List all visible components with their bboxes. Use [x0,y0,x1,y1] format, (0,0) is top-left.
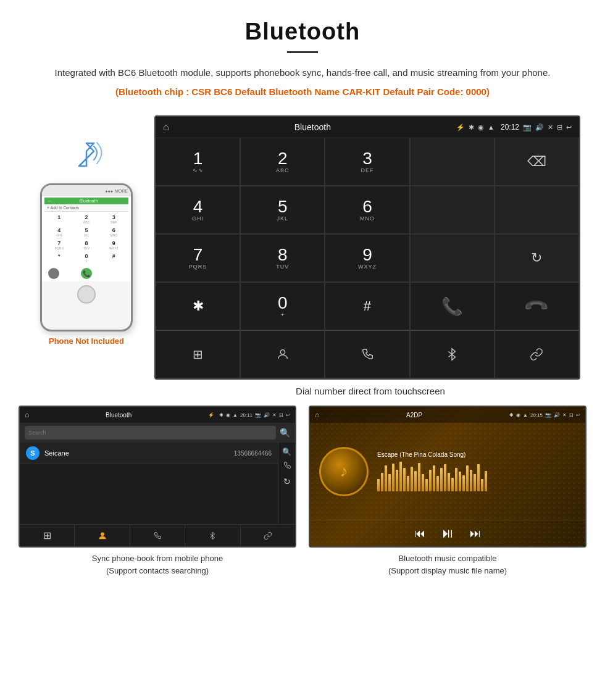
eq-bar [418,463,420,491]
pb-side-search-icon[interactable]: 🔍 [282,448,291,456]
pb-nav-bt[interactable] [185,525,240,546]
dial-key-1[interactable]: 1 ∿∿ [156,138,240,186]
pb-close-icon[interactable]: ✕ [272,412,277,418]
pb-side-refresh-icon[interactable]: ↻ [283,477,291,486]
pb-nav-contacts[interactable] [75,525,130,546]
music-close-icon[interactable]: ✕ [562,412,567,418]
dial-backspace-btn[interactable]: ⌫ [494,138,579,186]
camera-icon[interactable]: 📷 [523,123,532,131]
nav-link-btn[interactable] [494,330,579,378]
phone-key-2[interactable]: 2ABC [73,213,99,225]
dial-key-7[interactable]: 7 PQRS [156,234,240,282]
title-divider [287,51,318,53]
dial-key-4[interactable]: 4 GHI [156,186,240,234]
pb-contact-row[interactable]: S Seicane 13566664466 [20,443,278,464]
phone-key-6[interactable]: 6MNO [101,226,127,238]
dial-empty-2 [410,186,494,234]
music-bt-icon: ✱ [509,412,514,418]
phonebook-caption-line2: (Support contacts searching) [106,566,209,575]
phone-key-star[interactable]: * [46,252,72,264]
phone-sidebar: ●●● MORE ←Bluetooth +Add to Contacts 1 2… [19,115,154,406]
eq-bar [466,465,469,491]
pb-nav-phone[interactable] [130,525,185,546]
eq-bar [485,471,487,491]
dial-key-5[interactable]: 5 JKL [240,186,325,234]
dial-call-green-btn[interactable]: 📞 [410,282,494,330]
phone-add-contact: +Add to Contacts [44,204,128,212]
phone-green-bar: ←Bluetooth [44,198,128,204]
phone-not-included: Phone Not Included [49,336,124,346]
phone-key-1[interactable]: 1 [46,213,72,225]
pb-nav-link[interactable] [241,525,295,546]
status-time: 20:12 [501,123,519,131]
main-display: ⌂ Bluetooth ⚡ ✱ ◉ ▲ 20:12 📷 🔊 ✕ ⊟ ↩ [154,115,586,406]
phone-icon [361,348,374,361]
svg-point-0 [280,350,285,354]
phone-key-0[interactable]: 0+ [73,252,99,264]
nav-apps-btn[interactable]: ⊞ [156,330,240,378]
music-caption-line2: (Support display music file name) [388,566,507,575]
dial-key-star[interactable]: ✱ [156,282,240,330]
back-icon[interactable]: ↩ [566,123,572,131]
pb-vol-icon: 🔊 [264,412,270,418]
dial-key-9[interactable]: 9 WXYZ [325,234,409,282]
nav-phone-btn[interactable] [325,330,409,378]
phone-call-btn[interactable]: 📞 [81,268,92,279]
phone-key-8[interactable]: 8TUV [73,239,99,251]
contacts-icon [276,348,290,361]
dial-call-red-btn[interactable]: 📞 [494,282,579,330]
volume-icon[interactable]: 🔊 [535,123,544,131]
pb-search-input[interactable] [25,426,276,440]
pb-win-icon[interactable]: ⊟ [279,412,283,418]
search-icon[interactable]: 🔍 [280,428,290,438]
eq-bar [422,474,424,491]
dial-key-2[interactable]: 2 ABC [240,138,325,186]
dial-key-8[interactable]: 8 TUV [240,234,325,282]
music-next-btn[interactable]: ⏭ [470,527,481,540]
dial-key-hash[interactable]: # [325,282,409,330]
music-cam-icon: 📷 [545,412,551,418]
dial-key-3[interactable]: 3 DEF [325,138,409,186]
phone-key-9[interactable]: 9WXYZ [101,239,127,251]
dial-refresh-btn[interactable]: ↻ [494,234,579,282]
phone-key-3[interactable]: 3DEF [101,213,127,225]
music-win-icon[interactable]: ⊟ [569,412,574,418]
pb-contact-number: 13566664466 [234,450,272,457]
dial-empty-3 [494,186,579,234]
eq-bar [470,470,472,491]
phone-key-5[interactable]: 5JKL [73,226,99,238]
eq-bar [377,479,380,491]
window-icon[interactable]: ⊟ [557,123,562,131]
description: Integrated with BC6 Bluetooth module, su… [37,65,568,80]
phonebook-caption-line1: Sync phone-book from mobile phone [92,554,223,563]
pb-back-icon[interactable]: ↩ [286,412,290,418]
music-status-bar: ⌂ A2DP ✱ ◉ ▲ 20:15 📷 🔊 ✕ ⊟ ↩ [310,407,585,423]
dial-key-6[interactable]: 6 MNO [325,186,409,234]
phone-camera-btn[interactable] [48,268,59,279]
phone-key-4[interactable]: 4GHI [46,226,72,238]
bluetooth-status-icon: ✱ [469,123,474,131]
close-icon[interactable]: ✕ [548,123,553,131]
nav-contacts-btn[interactable] [240,330,325,378]
bluetooth-waves-icon [62,134,111,177]
music-back-icon[interactable]: ↩ [576,412,580,418]
dial-key-0[interactable]: 0 + [240,282,325,330]
music-caption-line1: Bluetooth music compatible [399,554,497,563]
bluetooth-waves-container [62,134,111,183]
pb-contact-name: Seicane [44,449,69,457]
pb-nav-apps[interactable]: ⊞ [20,525,75,546]
phone-home-button[interactable] [77,285,96,304]
phone-key-7[interactable]: 7PQRS [46,239,72,251]
phonebook-screen: ⌂ Bluetooth ⚡ ✱ ◉ ▲ 20:11 📷 🔊 ✕ ⊟ ↩ [19,406,296,548]
nav-bluetooth-btn[interactable] [410,330,494,378]
pb-side-call-icon[interactable] [283,461,291,472]
location-icon: ◉ [478,123,484,131]
music-prev-btn[interactable]: ⏮ [414,527,425,540]
eq-bar [451,478,454,491]
music-controls: ⏮ ⏯ ⏭ [310,520,585,546]
phone-key-hash[interactable]: # [101,252,127,264]
pb-status-bar: ⌂ Bluetooth ⚡ ✱ ◉ ▲ 20:11 📷 🔊 ✕ ⊟ ↩ [20,407,295,423]
home-icon[interactable]: ⌂ [163,122,169,133]
music-vol-icon: 🔊 [554,412,560,418]
music-play-btn[interactable]: ⏯ [441,525,454,541]
